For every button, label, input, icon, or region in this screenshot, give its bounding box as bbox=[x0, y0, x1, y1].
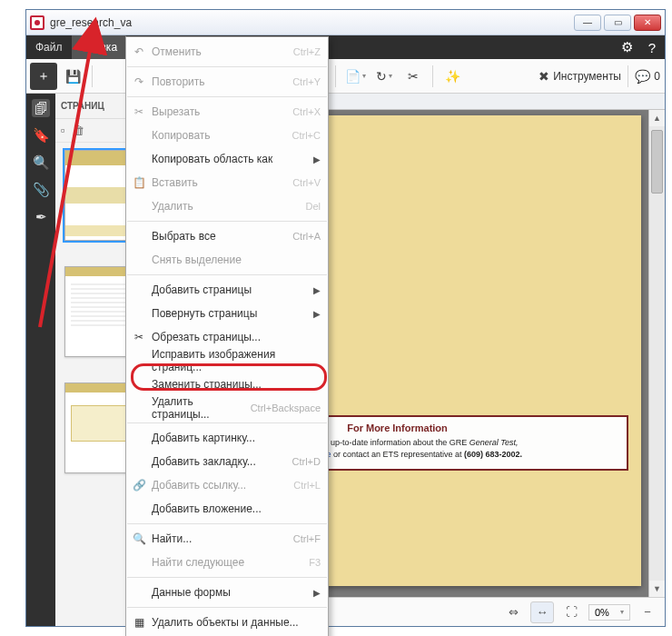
submenu-icon: ▶ bbox=[306, 154, 321, 164]
help-icon[interactable]: ? bbox=[639, 35, 665, 59]
menu-item: УдалитьDel bbox=[126, 194, 328, 218]
menu-item: Снять выделение bbox=[126, 248, 328, 272]
search-icon[interactable]: 🔍 bbox=[32, 154, 50, 172]
comments-button[interactable]: 💬 0 bbox=[634, 63, 661, 90]
menu-item[interactable]: Выбрать всеCtrl+A bbox=[126, 224, 328, 248]
nav-strip: 🗐 🔖 🔍 📎 ✒ bbox=[26, 94, 55, 626]
menu-shortcut: Ctrl+Y bbox=[283, 76, 321, 87]
menu-item[interactable]: Добавить закладку...Ctrl+D bbox=[126, 450, 328, 473]
menu-item-icon: 🔍 bbox=[132, 532, 146, 545]
scroll-thumb[interactable] bbox=[651, 130, 663, 194]
submenu-icon: ▶ bbox=[306, 588, 321, 598]
menu-item: ↶ОтменитьCtrl+Z bbox=[126, 40, 328, 64]
toolbar: ＋ 💾 ✋ 📄▾ ↻▾ ✂ ✨ ✖ Инструменты 💬 0 bbox=[26, 59, 665, 94]
menu-item[interactable]: Добавить вложение... bbox=[126, 497, 328, 521]
menu-item: ↷ПовторитьCtrl+Y bbox=[126, 70, 328, 94]
menu-file[interactable]: Файл bbox=[26, 35, 72, 59]
tools-icon: ✖ bbox=[539, 69, 549, 84]
maximize-button[interactable]: ▭ bbox=[604, 15, 631, 31]
menu-item-label: Снять выделение bbox=[152, 253, 242, 266]
thumb-delete-icon[interactable]: 🗑 bbox=[73, 124, 84, 137]
menu-shortcut: Ctrl+L bbox=[284, 480, 321, 491]
menu-item-label: Данные формы bbox=[152, 586, 231, 599]
edit-context-menu: ↶ОтменитьCtrl+Z↷ПовторитьCtrl+Y✂Вырезать… bbox=[125, 36, 329, 636]
menubar: Файл Правка ⚙ ? bbox=[26, 35, 665, 59]
submenu-icon: ▶ bbox=[306, 285, 321, 295]
menu-item-icon: 📋 bbox=[132, 176, 146, 189]
zoom-value[interactable]: 0%▾ bbox=[588, 604, 630, 621]
fullscreen-icon[interactable]: ⛶ bbox=[559, 601, 583, 623]
menu-item[interactable]: ▦Удалить объекты и данные... bbox=[126, 611, 328, 634]
menu-item-label: Повернуть страницы bbox=[152, 307, 257, 320]
menu-item-label: Удалить bbox=[152, 200, 193, 213]
menu-item[interactable]: Копировать область как▶ bbox=[126, 147, 328, 171]
fit-page-icon[interactable]: ↔ bbox=[530, 601, 554, 623]
menu-shortcut: Ctrl+F bbox=[284, 533, 321, 544]
menu-item[interactable]: Удалить страницы...Ctrl+Backspace bbox=[126, 396, 328, 420]
menu-item[interactable]: Исправить изображения страниц... bbox=[126, 349, 328, 373]
menu-item[interactable]: Данные формы▶ bbox=[126, 581, 328, 604]
menu-item-label: Вставить bbox=[152, 176, 198, 189]
crop-button[interactable]: ✂ bbox=[400, 63, 427, 90]
menu-item-label: Найти... bbox=[152, 532, 192, 545]
menu-item[interactable]: 🔍Найти...Ctrl+F bbox=[126, 527, 328, 551]
menu-item-icon: ✂ bbox=[132, 331, 146, 343]
menu-shortcut: Ctrl+D bbox=[283, 456, 321, 467]
menu-item-label: Исправить изображения страниц... bbox=[152, 348, 321, 373]
menu-item-label: Повторить bbox=[152, 75, 205, 88]
menu-shortcut: Ctrl+A bbox=[283, 231, 321, 242]
menu-shortcut: Ctrl+V bbox=[283, 177, 321, 188]
instruments-button[interactable]: ✖ Инструменты bbox=[538, 63, 622, 90]
zoom-out-icon[interactable]: − bbox=[636, 601, 659, 623]
scroll-up-icon[interactable]: ▲ bbox=[649, 110, 665, 126]
scroll-down-icon[interactable]: ▼ bbox=[649, 581, 665, 597]
page-add-button[interactable]: 📄▾ bbox=[341, 63, 369, 90]
menu-item-icon: ✂ bbox=[132, 105, 146, 118]
settings-icon[interactable]: ⚙ bbox=[614, 35, 639, 59]
menu-shortcut: F3 bbox=[300, 557, 321, 568]
bookmark-icon[interactable]: 🔖 bbox=[32, 126, 50, 144]
submenu-icon: ▶ bbox=[306, 309, 321, 319]
menu-separator bbox=[127, 422, 327, 423]
menu-item: Найти следующееF3 bbox=[126, 551, 328, 574]
menu-item-label: Добавить страницы bbox=[152, 283, 252, 296]
fit-width-icon[interactable]: ⇔ bbox=[501, 601, 525, 623]
menu-item[interactable]: Добавить картинку... bbox=[126, 426, 328, 450]
menu-item-icon: ▦ bbox=[132, 616, 146, 629]
menu-shortcut: Ctrl+Backspace bbox=[242, 402, 321, 413]
minimize-button[interactable]: — bbox=[574, 15, 601, 31]
menu-item-label: Заменить страницы... bbox=[152, 378, 262, 391]
menu-item-label: Вырезать bbox=[152, 105, 200, 118]
menu-item: 🔗Добавить ссылку...Ctrl+L bbox=[126, 473, 328, 497]
menu-item-label: Удалить страницы... bbox=[152, 395, 242, 421]
menu-item[interactable]: Добавить страницы▶ bbox=[126, 278, 328, 302]
menu-item-label: Копировать область как bbox=[152, 153, 272, 165]
add-page-button[interactable]: ＋ bbox=[30, 63, 57, 90]
thumb-new-icon[interactable]: ▫ bbox=[61, 124, 65, 137]
comment-icon: 💬 bbox=[635, 69, 650, 84]
close-button[interactable]: ✕ bbox=[634, 15, 661, 31]
menu-item[interactable]: ✂Обрезать страницы... bbox=[126, 325, 328, 349]
menu-item-label: Обрезать страницы... bbox=[152, 331, 261, 343]
menu-item-label: Добавить закладку... bbox=[152, 455, 256, 468]
menu-shortcut: Del bbox=[296, 201, 321, 212]
attachment-icon[interactable]: 📎 bbox=[32, 181, 50, 199]
save-button[interactable]: 💾 bbox=[59, 63, 86, 90]
vertical-scrollbar[interactable]: ▲ ▼ bbox=[648, 110, 665, 597]
menu-item-label: Добавить картинку... bbox=[152, 432, 255, 444]
menu-item[interactable]: Повернуть страницы▶ bbox=[126, 302, 328, 325]
menu-separator bbox=[127, 66, 327, 67]
window-title: gre_research_va bbox=[50, 16, 574, 29]
wand-button[interactable]: ✨ bbox=[439, 63, 466, 90]
sign-icon[interactable]: ✒ bbox=[32, 208, 50, 226]
menu-separator bbox=[127, 274, 327, 275]
menu-item: 📋ВставитьCtrl+V bbox=[126, 171, 328, 194]
rotate-button[interactable]: ↻▾ bbox=[371, 63, 398, 90]
menu-item-icon: ↷ bbox=[132, 75, 146, 88]
menu-separator bbox=[127, 523, 327, 524]
menu-edit[interactable]: Правка bbox=[72, 35, 127, 59]
comments-count: 0 bbox=[654, 70, 660, 83]
pages-icon[interactable]: 🗐 bbox=[32, 99, 50, 117]
app-window: gre_research_va — ▭ ✕ Файл Правка ⚙ ? ＋ … bbox=[25, 9, 666, 627]
menu-item[interactable]: Заменить страницы... bbox=[126, 373, 328, 396]
